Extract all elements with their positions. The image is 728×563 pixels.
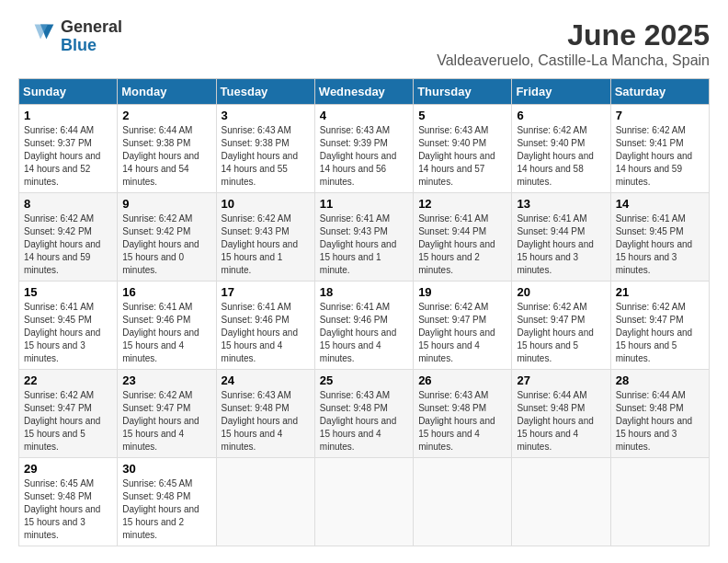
calendar-day-cell: 5 Sunrise: 6:43 AM Sunset: 9:40 PM Dayli… [414,105,512,193]
calendar-day-cell: 24 Sunrise: 6:43 AM Sunset: 9:48 PM Dayl… [216,370,314,458]
day-number: 10 [222,197,310,211]
day-info: Sunrise: 6:42 AM Sunset: 9:47 PM Dayligh… [616,301,704,365]
day-number: 18 [320,285,408,299]
page-header: General Blue June 2025 Valdeaveruelo, Ca… [18,18,710,69]
day-number: 14 [616,197,704,211]
day-info: Sunrise: 6:43 AM Sunset: 9:38 PM Dayligh… [222,124,310,189]
calendar-day-cell: 8 Sunrise: 6:42 AM Sunset: 9:42 PM Dayli… [19,193,118,282]
calendar-day-cell: 4 Sunrise: 6:43 AM Sunset: 9:39 PM Dayli… [314,105,413,193]
calendar-week-row: 22 Sunrise: 6:42 AM Sunset: 9:47 PM Dayl… [19,370,710,458]
day-info: Sunrise: 6:42 AM Sunset: 9:47 PM Dayligh… [122,389,210,454]
calendar-day-cell: 10 Sunrise: 6:42 AM Sunset: 9:43 PM Dayl… [216,193,314,282]
day-info: Sunrise: 6:42 AM Sunset: 9:42 PM Dayligh… [122,213,210,277]
weekday-header-row: SundayMondayTuesdayWednesdayThursdayFrid… [19,79,710,105]
day-info: Sunrise: 6:45 AM Sunset: 9:48 PM Dayligh… [24,477,112,542]
day-number: 12 [418,197,506,211]
logo-icon [18,18,55,55]
day-number: 28 [616,373,704,387]
calendar-title: June 2025 [437,18,710,52]
day-info: Sunrise: 6:41 AM Sunset: 9:44 PM Dayligh… [517,213,605,277]
day-info: Sunrise: 6:44 AM Sunset: 9:37 PM Dayligh… [24,124,112,189]
day-info: Sunrise: 6:41 AM Sunset: 9:45 PM Dayligh… [24,301,112,365]
logo-blue: Blue [61,37,122,55]
day-number: 7 [616,109,704,122]
day-info: Sunrise: 6:43 AM Sunset: 9:48 PM Dayligh… [222,389,310,454]
day-number: 21 [616,285,704,299]
day-number: 25 [320,373,408,387]
calendar-day-cell: 13 Sunrise: 6:41 AM Sunset: 9:44 PM Dayl… [512,193,610,282]
day-info: Sunrise: 6:42 AM Sunset: 9:43 PM Dayligh… [222,213,310,277]
calendar-day-cell: 26 Sunrise: 6:43 AM Sunset: 9:48 PM Dayl… [414,370,512,458]
calendar-day-cell [512,458,610,546]
day-info: Sunrise: 6:43 AM Sunset: 9:39 PM Dayligh… [320,124,408,189]
calendar-table: SundayMondayTuesdayWednesdayThursdayFrid… [18,78,710,546]
day-info: Sunrise: 6:41 AM Sunset: 9:46 PM Dayligh… [320,301,408,365]
day-info: Sunrise: 6:41 AM Sunset: 9:44 PM Dayligh… [418,213,506,277]
day-number: 27 [517,373,605,387]
calendar-day-cell: 6 Sunrise: 6:42 AM Sunset: 9:40 PM Dayli… [512,105,610,193]
day-info: Sunrise: 6:41 AM Sunset: 9:46 PM Dayligh… [222,301,310,365]
day-number: 17 [222,285,310,299]
calendar-day-cell: 30 Sunrise: 6:45 AM Sunset: 9:48 PM Dayl… [118,458,216,546]
calendar-week-row: 8 Sunrise: 6:42 AM Sunset: 9:42 PM Dayli… [19,193,710,282]
calendar-week-row: 1 Sunrise: 6:44 AM Sunset: 9:37 PM Dayli… [19,105,710,193]
day-info: Sunrise: 6:42 AM Sunset: 9:40 PM Dayligh… [517,124,605,189]
weekday-header: Monday [118,79,216,105]
day-info: Sunrise: 6:43 AM Sunset: 9:48 PM Dayligh… [418,389,506,454]
day-number: 19 [418,285,506,299]
day-info: Sunrise: 6:44 AM Sunset: 9:48 PM Dayligh… [517,389,605,454]
weekday-header: Friday [512,79,610,105]
weekday-header: Sunday [19,79,118,105]
calendar-day-cell [314,458,413,546]
day-info: Sunrise: 6:43 AM Sunset: 9:48 PM Dayligh… [320,389,408,454]
calendar-day-cell: 22 Sunrise: 6:42 AM Sunset: 9:47 PM Dayl… [19,370,118,458]
calendar-day-cell: 25 Sunrise: 6:43 AM Sunset: 9:48 PM Dayl… [314,370,413,458]
calendar-day-cell [216,458,314,546]
day-number: 9 [122,197,210,211]
calendar-day-cell: 21 Sunrise: 6:42 AM Sunset: 9:47 PM Dayl… [610,282,709,370]
calendar-day-cell: 11 Sunrise: 6:41 AM Sunset: 9:43 PM Dayl… [314,193,413,282]
day-number: 29 [24,462,112,476]
day-number: 24 [222,373,310,387]
day-info: Sunrise: 6:41 AM Sunset: 9:43 PM Dayligh… [320,213,408,277]
calendar-day-cell: 18 Sunrise: 6:41 AM Sunset: 9:46 PM Dayl… [314,282,413,370]
day-number: 11 [320,197,408,211]
logo: General Blue [18,18,122,55]
weekday-header: Thursday [414,79,512,105]
day-number: 2 [122,109,210,122]
day-number: 15 [24,285,112,299]
day-info: Sunrise: 6:41 AM Sunset: 9:46 PM Dayligh… [122,301,210,365]
calendar-day-cell: 1 Sunrise: 6:44 AM Sunset: 9:37 PM Dayli… [19,105,118,193]
calendar-day-cell [414,458,512,546]
calendar-subtitle: Valdeaveruelo, Castille-La Mancha, Spain [437,52,710,69]
day-number: 20 [517,285,605,299]
calendar-day-cell: 2 Sunrise: 6:44 AM Sunset: 9:38 PM Dayli… [118,105,216,193]
day-number: 30 [122,462,210,476]
day-info: Sunrise: 6:42 AM Sunset: 9:47 PM Dayligh… [418,301,506,365]
day-number: 26 [418,373,506,387]
calendar-day-cell: 28 Sunrise: 6:44 AM Sunset: 9:48 PM Dayl… [610,370,709,458]
day-info: Sunrise: 6:44 AM Sunset: 9:48 PM Dayligh… [616,389,704,454]
calendar-day-cell: 16 Sunrise: 6:41 AM Sunset: 9:46 PM Dayl… [118,282,216,370]
calendar-day-cell: 3 Sunrise: 6:43 AM Sunset: 9:38 PM Dayli… [216,105,314,193]
day-number: 6 [517,109,605,122]
day-number: 22 [24,373,112,387]
logo-general: General [61,18,122,37]
calendar-day-cell [610,458,709,546]
day-number: 4 [320,109,408,122]
calendar-day-cell: 27 Sunrise: 6:44 AM Sunset: 9:48 PM Dayl… [512,370,610,458]
day-info: Sunrise: 6:42 AM Sunset: 9:47 PM Dayligh… [24,389,112,454]
weekday-header: Tuesday [216,79,314,105]
calendar-day-cell: 23 Sunrise: 6:42 AM Sunset: 9:47 PM Dayl… [118,370,216,458]
day-info: Sunrise: 6:43 AM Sunset: 9:40 PM Dayligh… [418,124,506,189]
day-info: Sunrise: 6:45 AM Sunset: 9:48 PM Dayligh… [122,477,210,542]
calendar-day-cell: 14 Sunrise: 6:41 AM Sunset: 9:45 PM Dayl… [610,193,709,282]
calendar-day-cell: 17 Sunrise: 6:41 AM Sunset: 9:46 PM Dayl… [216,282,314,370]
weekday-header: Saturday [610,79,709,105]
day-info: Sunrise: 6:42 AM Sunset: 9:47 PM Dayligh… [517,301,605,365]
calendar-day-cell: 9 Sunrise: 6:42 AM Sunset: 9:42 PM Dayli… [118,193,216,282]
calendar-day-cell: 29 Sunrise: 6:45 AM Sunset: 9:48 PM Dayl… [19,458,118,546]
day-number: 16 [122,285,210,299]
day-number: 3 [222,109,310,122]
day-info: Sunrise: 6:42 AM Sunset: 9:41 PM Dayligh… [616,124,704,189]
